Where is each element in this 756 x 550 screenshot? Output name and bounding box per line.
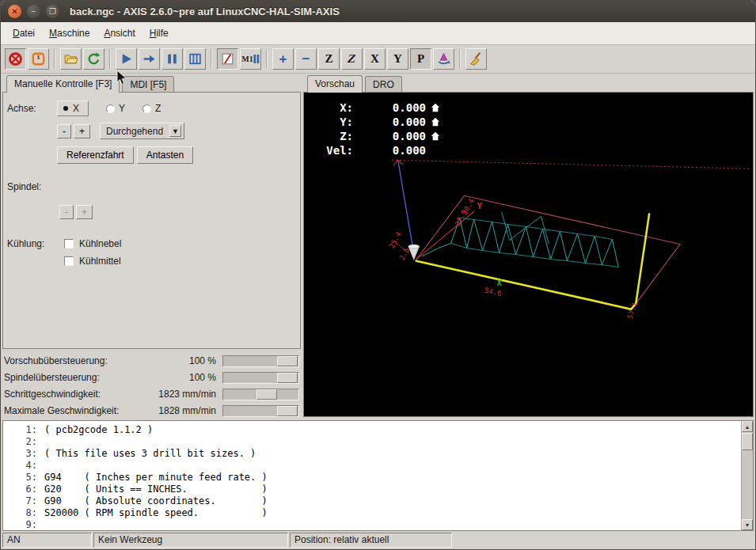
axis-radio-x[interactable]: X xyxy=(57,101,89,116)
axis-radio-y[interactable]: Y xyxy=(106,103,125,114)
view-y-label: Y xyxy=(393,52,402,66)
maximize-icon: ❐ xyxy=(49,8,56,16)
dro-vel-label: Vel: xyxy=(312,144,353,157)
toolbar-separator xyxy=(459,50,461,69)
checkbox-icon xyxy=(64,256,74,266)
dro-x-row: X: 0.000 xyxy=(312,101,441,115)
homed-icon xyxy=(431,131,441,141)
gcode-line: 3:( This file uses 3 drill bit sizes. ) xyxy=(3,448,741,460)
menu-maschine[interactable]: Maschine xyxy=(42,24,97,43)
dimension-label: 25.4 xyxy=(388,231,403,250)
status-filler xyxy=(454,533,754,548)
statusbar: AN Kein Werkzeug Position: relativ aktue… xyxy=(1,532,755,549)
scrollbar-thumb[interactable] xyxy=(742,433,753,450)
radio-selected-icon xyxy=(63,106,68,111)
jog-speed-slider[interactable] xyxy=(222,389,299,400)
broom-icon xyxy=(469,51,484,66)
gcode-line: 4: xyxy=(3,460,741,472)
scroll-down-button[interactable]: ▼ xyxy=(742,519,753,530)
coolant-row: Kühlung: Kühlnebel Kühlmittel xyxy=(7,238,296,273)
gcode-scrollbar[interactable]: ▲ ▼ xyxy=(741,421,753,530)
axis-radio-z[interactable]: Z xyxy=(142,103,161,114)
stop-program-button[interactable] xyxy=(184,48,206,70)
view-x-label: X xyxy=(370,52,379,66)
dro-z-label: Z: xyxy=(312,130,353,142)
view-perspective-button[interactable]: P xyxy=(410,48,431,70)
y-axis-label: Y xyxy=(477,201,483,211)
touch-off-button[interactable]: Antasten xyxy=(137,146,193,164)
dro-z-row: Z: 0.000 xyxy=(312,129,441,143)
zoom-out-button[interactable]: − xyxy=(295,48,317,70)
slider-thumb[interactable] xyxy=(277,373,298,383)
menu-hilfe[interactable]: Hilfe xyxy=(142,24,176,43)
control-column: Manuelle Kontrolle [F3] MDI [F5] Achse: … xyxy=(2,74,301,417)
gcode-listing[interactable]: 1:( pcb2gcode 1.1.2 ) 2: 3:( This file u… xyxy=(3,421,741,530)
menu-datei[interactable]: Datei xyxy=(6,24,42,43)
jog-plus-button[interactable]: + xyxy=(74,124,90,138)
window-minimize-button[interactable]: − xyxy=(27,5,40,18)
checkbox-icon xyxy=(64,239,74,248)
jog-mode-value: Durchgehend xyxy=(106,126,163,137)
clear-plot-button[interactable] xyxy=(465,48,487,70)
estop-button[interactable] xyxy=(5,48,26,70)
preview-canvas[interactable]: X: 0.000 Y: 0.000 Z: 0.000 xyxy=(303,92,754,417)
slider-thumb[interactable] xyxy=(277,406,298,416)
tab-manual-control[interactable]: Manuelle Kontrolle [F3] xyxy=(6,75,120,93)
run-program-button[interactable] xyxy=(116,48,137,70)
axis-row: Achse: X Y Z xyxy=(7,101,296,116)
slider-thumb[interactable] xyxy=(256,389,277,400)
open-file-button[interactable] xyxy=(60,48,82,70)
max-velocity-label: Maximale Geschwindigkeit: xyxy=(4,405,146,416)
jog-speed-row: Schrittgeschwindigkeit: 1823 mm/min xyxy=(4,388,299,400)
view-perspective-label: P xyxy=(417,52,424,66)
jog-speed-value: 1823 mm/min xyxy=(146,389,216,400)
view-z-rotated-button[interactable]: Z xyxy=(341,48,363,70)
jog-minus-button[interactable]: - xyxy=(57,124,71,138)
spindle-plus-button[interactable]: + xyxy=(76,205,93,219)
machine-power-button[interactable] xyxy=(28,48,49,70)
zoom-out-icon: − xyxy=(302,51,310,67)
axis-y-label: Y xyxy=(119,103,125,114)
tab-dro[interactable]: DRO xyxy=(365,76,402,92)
tab-preview[interactable]: Vorschau xyxy=(307,75,363,93)
slider-thumb[interactable] xyxy=(277,356,298,366)
y-axis-line xyxy=(416,211,475,260)
home-axis-button[interactable]: Referenzfahrt xyxy=(57,146,134,164)
mist-label: Kühlnebel xyxy=(79,238,121,249)
scroll-up-button[interactable]: ▲ xyxy=(742,421,753,432)
toolbar-separator xyxy=(266,50,268,69)
flood-checkbox[interactable]: Kühlmittel xyxy=(64,256,121,267)
view-x-button[interactable]: X xyxy=(364,48,386,70)
tab-mdi[interactable]: MDI [F5] xyxy=(122,76,174,92)
block-delete-button[interactable] xyxy=(217,48,238,70)
step-program-button[interactable] xyxy=(139,48,160,70)
dro-y-label: Y: xyxy=(312,116,353,128)
control-tabs: Manuelle Kontrolle [F3] MDI [F5] xyxy=(2,74,301,92)
rotate-view-button[interactable] xyxy=(433,48,454,70)
window-controls: ✕ − ❐ xyxy=(8,5,59,18)
max-velocity-slider[interactable] xyxy=(222,405,299,417)
menu-ansicht[interactable]: Ansicht xyxy=(97,24,142,43)
menubar: Datei Maschine Ansicht Hilfe xyxy=(1,22,755,45)
spindle-minus-button[interactable]: - xyxy=(59,205,74,219)
gcode-line: 9: xyxy=(3,519,741,530)
pause-program-button[interactable] xyxy=(161,48,183,70)
reload-file-button[interactable] xyxy=(83,48,104,70)
spindle-override-slider[interactable] xyxy=(222,372,299,384)
feed-override-slider[interactable] xyxy=(222,355,299,367)
view-y-button[interactable]: Y xyxy=(387,48,408,70)
spindle-override-value: 100 % xyxy=(146,372,216,383)
manual-control-panel: Achse: X Y Z - + xyxy=(2,92,301,349)
optional-stop-button[interactable]: M1 xyxy=(240,48,261,70)
mist-checkbox[interactable]: Kühlnebel xyxy=(64,238,121,249)
window-maximize-button[interactable]: ❐ xyxy=(46,5,59,18)
jog-mode-dropdown[interactable]: Durchgehend ▼ xyxy=(100,123,184,139)
step-arrow-icon xyxy=(142,51,157,66)
view-z-button[interactable]: Z xyxy=(318,48,340,70)
toolbar-separator xyxy=(54,50,55,69)
close-icon: ✕ xyxy=(11,8,17,16)
window-close-button[interactable]: ✕ xyxy=(8,5,21,18)
gcode-listing-frame: 1:( pcb2gcode 1.1.2 ) 2: 3:( This file u… xyxy=(2,420,754,531)
dro-y-row: Y: 0.000 xyxy=(312,115,441,129)
zoom-in-button[interactable]: + xyxy=(272,48,294,70)
